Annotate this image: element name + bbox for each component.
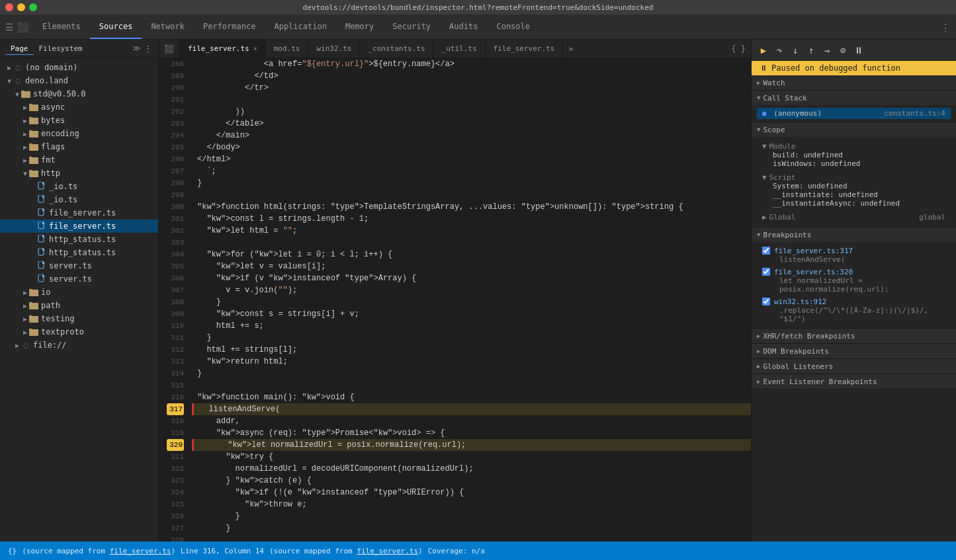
breakpoint-checkbox-0[interactable] xyxy=(762,247,770,255)
more-options-icon[interactable]: ⋮ xyxy=(940,22,951,32)
step-button[interactable]: → xyxy=(820,44,834,57)
top-tab-network[interactable]: Network xyxy=(142,15,194,39)
tree-item-8[interactable]: ▼http xyxy=(0,167,158,180)
scope-global-title[interactable]: ▶ Global global xyxy=(762,213,945,221)
tree-item-6[interactable]: ▶flags xyxy=(0,140,158,153)
step-into-button[interactable]: ↓ xyxy=(789,44,802,57)
top-tab-elements[interactable]: Elements xyxy=(33,15,90,39)
top-tab-security[interactable]: Security xyxy=(383,15,440,39)
resume-button[interactable]: ▶ xyxy=(757,44,770,57)
call-stack-header[interactable]: ▼ Call Stack xyxy=(752,91,956,105)
breakpoint-checkbox-2[interactable] xyxy=(762,298,770,305)
status-source-map[interactable]: (source mapped from file_server.ts) xyxy=(22,547,175,555)
code-content[interactable]: <a href="${entry.url}">${entry.name}</a>… xyxy=(192,58,751,541)
tree-item-19[interactable]: ▶testing xyxy=(0,312,158,325)
sidebar-more-icon[interactable]: ≫ xyxy=(132,44,141,54)
file-tab-0[interactable]: file_server.ts× xyxy=(180,40,266,58)
status-curly[interactable]: {} xyxy=(8,547,17,555)
scope-content: ▼ Module build: undefined isWindows: und… xyxy=(752,137,956,227)
code-line-294: </main> xyxy=(192,130,751,141)
xhr-breakpoints-header[interactable]: ▶ XHR/fetch Breakpoints xyxy=(752,329,956,343)
breakpoint-info-2: win32.ts:912 .replace(/^\/\*([A-Za-z]:)(… xyxy=(774,298,945,323)
tree-item-20[interactable]: ▶textproto xyxy=(0,325,158,339)
tree-arrow-7: ▶ xyxy=(21,156,29,164)
line-number-299: 299 xyxy=(167,189,184,201)
file-tab-close-0[interactable]: × xyxy=(253,45,257,52)
tree-item-5[interactable]: ▶encoding xyxy=(0,127,158,140)
code-editor[interactable]: 2882892902912922932942952962972982993003… xyxy=(159,58,751,541)
tree-item-14[interactable]: http_status.ts xyxy=(0,246,158,259)
tree-item-3[interactable]: ▶async xyxy=(0,100,158,114)
file-tab-1[interactable]: mod.ts xyxy=(266,40,309,58)
tree-arrow-15 xyxy=(29,262,37,270)
line-number-320: 320 xyxy=(167,439,184,451)
tree-arrow-14 xyxy=(29,249,37,257)
more-file-tabs[interactable]: » xyxy=(563,44,578,54)
step-over-button[interactable]: ↷ xyxy=(773,44,786,57)
traffic-lights xyxy=(5,3,37,11)
close-button[interactable] xyxy=(5,3,13,11)
tree-item-16[interactable]: server.ts xyxy=(0,272,158,286)
file-tab-3[interactable]: _constants.ts xyxy=(360,40,433,58)
tree-item-0[interactable]: ▶◌(no domain) xyxy=(0,61,158,74)
tree-item-21[interactable]: ▶◌file:// xyxy=(0,339,158,352)
tree-arrow-11 xyxy=(29,209,37,217)
file-tab-4[interactable]: _util.ts xyxy=(434,40,486,58)
top-tab-audits[interactable]: Audits xyxy=(440,15,487,39)
top-tab-memory[interactable]: Memory xyxy=(336,15,383,39)
status-source-map2[interactable]: (source mapped from file_server.ts) xyxy=(269,547,423,555)
top-tab-console[interactable]: Console xyxy=(487,15,539,39)
tree-item-15[interactable]: server.ts xyxy=(0,259,158,272)
status-position[interactable]: Line 316, Column 14 xyxy=(181,547,264,555)
top-tab-performance[interactable]: Performance xyxy=(194,15,265,39)
tree-label-14: http_status.ts xyxy=(49,248,116,257)
top-tab-sources[interactable]: Sources xyxy=(90,15,142,39)
pause-on-exception-button[interactable]: ⏸ xyxy=(852,44,865,57)
step-out-button[interactable]: ↑ xyxy=(804,44,818,57)
deactivate-breakpoints-button[interactable]: ⊘ xyxy=(836,44,849,57)
tree-item-12[interactable]: file_server.ts xyxy=(0,220,158,233)
tree-item-2[interactable]: ▼std@v0.50.0 xyxy=(0,87,158,100)
breakpoint-checkbox-1[interactable] xyxy=(762,268,770,276)
watch-header[interactable]: ▶ Watch xyxy=(752,75,956,90)
scope-header[interactable]: ▼ Scope xyxy=(752,122,956,137)
sidebar-tab-page[interactable]: Page xyxy=(5,43,34,55)
maximize-button[interactable] xyxy=(29,3,37,11)
global-listeners-section: ▶ Global Listeners xyxy=(752,359,956,374)
code-line-289: </td> xyxy=(192,70,751,82)
event-breakpoints-header[interactable]: ▶ Event Listener Breakpoints xyxy=(752,374,956,389)
line-number-321: 321 xyxy=(167,451,184,463)
tree-item-17[interactable]: ▶io xyxy=(0,286,158,299)
file-tab-5[interactable]: file_server.ts xyxy=(486,40,564,58)
devtools-icon-2[interactable]: ⬛ xyxy=(17,22,28,32)
code-expand-icon[interactable]: ⬛ xyxy=(161,44,177,54)
line-number-289: 289 xyxy=(167,70,184,82)
minimize-button[interactable] xyxy=(17,3,25,11)
tree-item-1[interactable]: ▼◌deno.land xyxy=(0,74,158,87)
tree-item-9[interactable]: _io.ts xyxy=(0,180,158,193)
tree-arrow-18: ▶ xyxy=(21,301,29,309)
tree-item-10[interactable]: _io.ts xyxy=(0,193,158,206)
tree-item-13[interactable]: http_status.ts xyxy=(0,233,158,246)
line-number-293: 293 xyxy=(167,118,184,130)
file-tab-2[interactable]: win32.ts xyxy=(309,40,361,58)
dom-breakpoints-header[interactable]: ▶ DOM Breakpoints xyxy=(752,344,956,358)
breakpoint-item-0: file_server.ts:317 listenAndServe( xyxy=(757,245,951,266)
status-bar: {} (source mapped from file_server.ts) L… xyxy=(0,541,956,560)
code-line-300: "kw">function html(strings: "type">Templ… xyxy=(192,201,751,213)
call-stack-item-0[interactable]: ● (anonymous) _constants.ts:4 xyxy=(757,108,951,119)
scope-module-title[interactable]: ▼ Module xyxy=(762,142,945,151)
global-listeners-header[interactable]: ▶ Global Listeners xyxy=(752,359,956,374)
sidebar-tab-filesystem[interactable]: Filesystem xyxy=(34,43,88,54)
devtools-icon-1[interactable]: ☰ xyxy=(5,22,16,32)
breakpoints-header[interactable]: ▼ Breakpoints xyxy=(752,227,956,242)
format-icon[interactable]: { } xyxy=(731,44,746,54)
tree-item-4[interactable]: ▶bytes xyxy=(0,114,158,127)
top-tab-application[interactable]: Application xyxy=(265,15,335,39)
tree-item-11[interactable]: file_server.ts xyxy=(0,206,158,220)
scope-script-title[interactable]: ▼ Script xyxy=(762,173,945,182)
sidebar-options-icon[interactable]: ⋮ xyxy=(144,44,153,54)
tree-item-18[interactable]: ▶path xyxy=(0,299,158,312)
tree-arrow-8: ▼ xyxy=(21,169,29,177)
tree-item-7[interactable]: ▶fmt xyxy=(0,153,158,167)
